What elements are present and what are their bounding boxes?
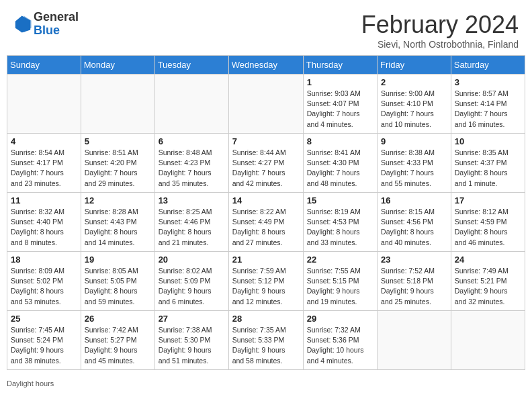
day-info: Sunrise: 7:49 AMSunset: 5:21 PMDaylight:… bbox=[455, 266, 521, 307]
day-number: 8 bbox=[307, 136, 373, 146]
day-info: Sunrise: 8:48 AMSunset: 4:23 PMDaylight:… bbox=[159, 148, 225, 189]
day-info: Sunrise: 8:41 AMSunset: 4:30 PMDaylight:… bbox=[307, 148, 373, 189]
calendar-cell bbox=[228, 75, 303, 134]
day-number: 1 bbox=[307, 77, 373, 87]
calendar-week-row: 25Sunrise: 7:45 AMSunset: 5:24 PMDayligh… bbox=[7, 311, 525, 370]
calendar-week-row: 18Sunrise: 8:09 AMSunset: 5:02 PMDayligh… bbox=[7, 252, 525, 311]
day-info: Sunrise: 8:15 AMSunset: 4:56 PMDaylight:… bbox=[381, 207, 447, 248]
calendar-cell: 18Sunrise: 8:09 AMSunset: 5:02 PMDayligh… bbox=[7, 252, 81, 311]
calendar-cell bbox=[378, 311, 451, 370]
title-area: February 2024 Sievi, North Ostrobothnia,… bbox=[361, 11, 519, 50]
calendar-wrapper: SundayMondayTuesdayWednesdayThursdayFrid… bbox=[0, 55, 532, 377]
calendar-cell: 13Sunrise: 8:25 AMSunset: 4:46 PMDayligh… bbox=[154, 193, 228, 252]
weekday-header-row: SundayMondayTuesdayWednesdayThursdayFrid… bbox=[7, 56, 525, 75]
day-info: Sunrise: 8:35 AMSunset: 4:37 PMDaylight:… bbox=[455, 148, 521, 189]
calendar-cell bbox=[451, 311, 525, 370]
day-number: 5 bbox=[85, 136, 151, 146]
weekday-header-monday: Monday bbox=[81, 56, 154, 75]
day-info: Sunrise: 7:52 AMSunset: 5:18 PMDaylight:… bbox=[381, 266, 447, 307]
day-number: 7 bbox=[232, 136, 300, 146]
weekday-header-thursday: Thursday bbox=[303, 56, 377, 75]
calendar-cell bbox=[81, 75, 154, 134]
calendar-cell: 11Sunrise: 8:32 AMSunset: 4:40 PMDayligh… bbox=[7, 193, 81, 252]
calendar-cell: 2Sunrise: 9:00 AMSunset: 4:10 PMDaylight… bbox=[378, 75, 451, 134]
calendar-cell: 5Sunrise: 8:51 AMSunset: 4:20 PMDaylight… bbox=[81, 134, 154, 193]
calendar-cell: 21Sunrise: 7:59 AMSunset: 5:12 PMDayligh… bbox=[228, 252, 303, 311]
location-text: Sievi, North Ostrobothnia, Finland bbox=[361, 39, 519, 50]
weekday-header-friday: Friday bbox=[378, 56, 451, 75]
calendar-cell: 9Sunrise: 8:38 AMSunset: 4:33 PMDaylight… bbox=[378, 134, 451, 193]
calendar-week-row: 4Sunrise: 8:54 AMSunset: 4:17 PMDaylight… bbox=[7, 134, 525, 193]
day-info: Sunrise: 8:51 AMSunset: 4:20 PMDaylight:… bbox=[85, 148, 151, 189]
day-number: 29 bbox=[307, 314, 373, 324]
day-number: 16 bbox=[381, 195, 447, 205]
calendar-cell: 24Sunrise: 7:49 AMSunset: 5:21 PMDayligh… bbox=[451, 252, 525, 311]
day-number: 12 bbox=[85, 195, 151, 205]
calendar-cell: 28Sunrise: 7:35 AMSunset: 5:33 PMDayligh… bbox=[228, 311, 303, 370]
weekday-header-tuesday: Tuesday bbox=[154, 56, 228, 75]
day-info: Sunrise: 7:32 AMSunset: 5:36 PMDaylight:… bbox=[307, 325, 373, 366]
day-info: Sunrise: 8:19 AMSunset: 4:53 PMDaylight:… bbox=[307, 207, 373, 248]
calendar-cell: 23Sunrise: 7:52 AMSunset: 5:18 PMDayligh… bbox=[378, 252, 451, 311]
day-number: 6 bbox=[159, 136, 225, 146]
logo-general-text: General bbox=[34, 11, 79, 24]
day-number: 10 bbox=[455, 136, 521, 146]
calendar-cell: 27Sunrise: 7:38 AMSunset: 5:30 PMDayligh… bbox=[154, 311, 228, 370]
day-info: Sunrise: 8:25 AMSunset: 4:46 PMDaylight:… bbox=[159, 207, 225, 248]
calendar-week-row: 1Sunrise: 9:03 AMSunset: 4:07 PMDaylight… bbox=[7, 75, 525, 134]
calendar-cell: 1Sunrise: 9:03 AMSunset: 4:07 PMDaylight… bbox=[303, 75, 377, 134]
calendar-table: SundayMondayTuesdayWednesdayThursdayFrid… bbox=[7, 55, 525, 370]
day-number: 3 bbox=[455, 77, 521, 87]
weekday-header-saturday: Saturday bbox=[451, 56, 525, 75]
calendar-cell: 19Sunrise: 8:05 AMSunset: 5:05 PMDayligh… bbox=[81, 252, 154, 311]
day-number: 17 bbox=[455, 195, 521, 205]
calendar-cell: 10Sunrise: 8:35 AMSunset: 4:37 PMDayligh… bbox=[451, 134, 525, 193]
logo-text: General Blue bbox=[34, 11, 79, 38]
calendar-cell: 4Sunrise: 8:54 AMSunset: 4:17 PMDaylight… bbox=[7, 134, 81, 193]
calendar-cell: 26Sunrise: 7:42 AMSunset: 5:27 PMDayligh… bbox=[81, 311, 154, 370]
calendar-cell: 3Sunrise: 8:57 AMSunset: 4:14 PMDaylight… bbox=[451, 75, 525, 134]
day-number: 9 bbox=[381, 136, 447, 146]
page-header: General Blue February 2024 Sievi, North … bbox=[0, 0, 532, 55]
calendar-cell: 29Sunrise: 7:32 AMSunset: 5:36 PMDayligh… bbox=[303, 311, 377, 370]
day-number: 20 bbox=[159, 255, 225, 265]
daylight-hours-label: Daylight hours bbox=[7, 379, 54, 387]
logo: General Blue bbox=[13, 11, 79, 38]
calendar-cell: 14Sunrise: 8:22 AMSunset: 4:49 PMDayligh… bbox=[228, 193, 303, 252]
day-number: 15 bbox=[307, 195, 373, 205]
day-info: Sunrise: 7:35 AMSunset: 5:33 PMDaylight:… bbox=[232, 325, 300, 366]
calendar-cell bbox=[154, 75, 228, 134]
day-info: Sunrise: 8:57 AMSunset: 4:14 PMDaylight:… bbox=[455, 89, 521, 130]
day-info: Sunrise: 9:00 AMSunset: 4:10 PMDaylight:… bbox=[381, 89, 447, 130]
calendar-cell: 7Sunrise: 8:44 AMSunset: 4:27 PMDaylight… bbox=[228, 134, 303, 193]
day-info: Sunrise: 7:42 AMSunset: 5:27 PMDaylight:… bbox=[85, 325, 151, 366]
day-info: Sunrise: 8:54 AMSunset: 4:17 PMDaylight:… bbox=[11, 148, 77, 189]
day-number: 27 bbox=[159, 314, 225, 324]
calendar-cell: 22Sunrise: 7:55 AMSunset: 5:15 PMDayligh… bbox=[303, 252, 377, 311]
day-number: 13 bbox=[159, 195, 225, 205]
day-info: Sunrise: 8:09 AMSunset: 5:02 PMDaylight:… bbox=[11, 266, 77, 307]
day-number: 18 bbox=[11, 255, 77, 265]
month-title: February 2024 bbox=[361, 11, 519, 39]
calendar-cell: 8Sunrise: 8:41 AMSunset: 4:30 PMDaylight… bbox=[303, 134, 377, 193]
day-info: Sunrise: 7:45 AMSunset: 5:24 PMDaylight:… bbox=[11, 325, 77, 366]
day-info: Sunrise: 8:02 AMSunset: 5:09 PMDaylight:… bbox=[159, 266, 225, 307]
calendar-cell: 17Sunrise: 8:12 AMSunset: 4:59 PMDayligh… bbox=[451, 193, 525, 252]
day-info: Sunrise: 7:59 AMSunset: 5:12 PMDaylight:… bbox=[232, 266, 300, 307]
day-info: Sunrise: 7:38 AMSunset: 5:30 PMDaylight:… bbox=[159, 325, 225, 366]
day-number: 21 bbox=[232, 255, 300, 265]
day-number: 19 bbox=[85, 255, 151, 265]
day-info: Sunrise: 8:38 AMSunset: 4:33 PMDaylight:… bbox=[381, 148, 447, 189]
calendar-week-row: 11Sunrise: 8:32 AMSunset: 4:40 PMDayligh… bbox=[7, 193, 525, 252]
calendar-cell: 16Sunrise: 8:15 AMSunset: 4:56 PMDayligh… bbox=[378, 193, 451, 252]
day-number: 28 bbox=[232, 314, 300, 324]
day-info: Sunrise: 8:12 AMSunset: 4:59 PMDaylight:… bbox=[455, 207, 521, 248]
svg-marker-2 bbox=[15, 15, 30, 32]
day-number: 24 bbox=[455, 255, 521, 265]
day-info: Sunrise: 8:28 AMSunset: 4:43 PMDaylight:… bbox=[85, 207, 151, 248]
weekday-header-sunday: Sunday bbox=[7, 56, 81, 75]
day-number: 11 bbox=[11, 195, 77, 205]
day-info: Sunrise: 8:32 AMSunset: 4:40 PMDaylight:… bbox=[11, 207, 77, 248]
day-info: Sunrise: 8:22 AMSunset: 4:49 PMDaylight:… bbox=[232, 207, 300, 248]
calendar-cell bbox=[7, 75, 81, 134]
